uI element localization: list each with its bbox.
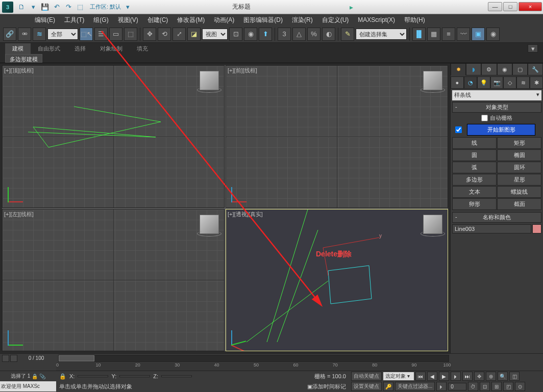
ref-coord-dropdown[interactable]: 视图 [202, 29, 228, 40]
mirror-icon[interactable]: ▐▌ [412, 28, 426, 41]
bind-icon[interactable]: ≋ [33, 28, 46, 41]
cp-btn-helix[interactable]: 螺旋线 [497, 186, 541, 198]
window-crossing-icon[interactable]: ⬚ [124, 28, 137, 41]
cp-color-swatch[interactable] [532, 224, 541, 233]
prev-frame-icon[interactable]: ◀ [427, 372, 437, 381]
app-logo[interactable]: 3 [2, 2, 13, 13]
viewport-top[interactable]: [+][顶][线框] [2, 65, 225, 208]
menu-views[interactable]: 视图(V) [114, 15, 142, 25]
viewport-left-label[interactable]: [+][左][线框] [4, 211, 34, 218]
timeline-key2-icon[interactable] [10, 355, 17, 362]
cp-cat-systems-icon[interactable]: ✱ [530, 76, 543, 89]
selobj-dropdown[interactable]: 选定对象 ▾ [383, 372, 414, 380]
cp-tab-display-icon[interactable]: ▢ [512, 63, 528, 75]
percent-snap-icon[interactable]: % [307, 28, 320, 41]
next-frame-icon[interactable]: ⏵ [451, 372, 461, 381]
cp-btn-text[interactable]: 文本 [452, 186, 497, 198]
viewcube-persp[interactable] [423, 215, 442, 234]
ribbon-collapse-icon[interactable]: ▾ [528, 44, 538, 53]
cp-tab-modify-icon[interactable]: ◗ [466, 63, 481, 75]
viewport-zoomall-icon[interactable]: ⊡ [480, 382, 490, 391]
viewport-front[interactable]: [+][前][线框] [226, 65, 448, 208]
scale-icon[interactable]: ⤢ [172, 28, 186, 41]
viewport-persp-label[interactable]: [+][透视][真实] [228, 211, 263, 218]
play-indicator-icon[interactable]: ▸ [350, 3, 353, 11]
move-icon[interactable]: ✥ [143, 28, 156, 41]
viewport-zoom-icon[interactable]: 🔍 [498, 372, 508, 381]
menu-rendering[interactable]: 渲染(R) [288, 15, 317, 25]
menu-group[interactable]: 组(G) [89, 15, 112, 25]
qat-new-icon[interactable]: 🗋 [16, 2, 27, 12]
menu-modifiers[interactable]: 修改器(M) [173, 15, 209, 25]
close-button[interactable]: × [519, 2, 542, 11]
angle-snap-icon[interactable]: △ [292, 28, 306, 41]
viewport-pan-icon[interactable]: ✥ [474, 372, 484, 381]
z-field[interactable] [161, 375, 192, 377]
link-icon[interactable]: 🔗 [3, 28, 16, 41]
workspace-label[interactable]: 工作区: 默认 [90, 3, 121, 11]
timeline-key-icon[interactable] [2, 355, 9, 362]
cp-category-dropdown[interactable]: 样条线▾ [452, 90, 541, 100]
select-manipulate-icon[interactable]: ◉ [244, 28, 257, 41]
qat-save-icon[interactable]: 💾 [40, 2, 50, 12]
snap-3d-icon[interactable]: 3 [278, 28, 291, 41]
viewport-zoom2-icon[interactable]: ⊙ [515, 382, 525, 391]
selection-filter-dropdown[interactable]: 全部 [47, 29, 78, 40]
unlink-icon[interactable]: ⚮ [18, 28, 31, 41]
cp-btn-donut[interactable]: 圆环 [497, 162, 541, 173]
autokey-button[interactable]: 自动关键点 [351, 372, 382, 381]
schematic-view-icon[interactable]: ▣ [472, 28, 485, 41]
qat-redo-icon[interactable]: ↷ [63, 2, 73, 12]
cp-cat-helpers-icon[interactable]: ◇ [503, 76, 516, 89]
viewport-left[interactable]: [+][左][线框] [2, 209, 225, 352]
addtime-label[interactable]: 添加时间标记 [312, 383, 346, 390]
keyboard-shortcut-icon[interactable]: ⬆ [259, 28, 272, 41]
spinner-snap-icon[interactable]: ◐ [322, 28, 335, 41]
ribbon-tab-modeling[interactable]: 建模 [5, 43, 31, 54]
cp-tab-motion-icon[interactable]: ◉ [497, 63, 512, 75]
viewport-fov-icon[interactable]: ◫ [509, 372, 520, 381]
key-icon[interactable]: 🔑 [383, 382, 393, 391]
cp-btn-section[interactable]: 截面 [497, 198, 541, 210]
viewcube-front[interactable] [423, 71, 442, 90]
setkey-button[interactable]: 设置关键点 [351, 382, 382, 391]
menu-tools[interactable]: 工具(T) [60, 15, 88, 25]
lock-icon[interactable]: 🔒 [59, 373, 66, 380]
y-field[interactable] [119, 375, 150, 377]
cp-tab-utilities-icon[interactable]: 🔧 [528, 63, 543, 75]
viewport-top-label[interactable]: [+][顶][线框] [4, 67, 34, 74]
ribbon-tab-freeform[interactable]: 自由形式 [31, 43, 67, 54]
cp-cat-cameras-icon[interactable]: 📷 [490, 76, 504, 89]
cp-startnew-check[interactable] [455, 126, 462, 133]
play-icon[interactable]: ▶ [439, 372, 449, 381]
cp-btn-ngon[interactable]: 多边形 [452, 174, 497, 186]
cp-tab-hierarchy-icon[interactable]: ⚙ [481, 63, 497, 75]
addtime-icon[interactable]: ▣ [307, 383, 312, 390]
cp-btn-rectangle[interactable]: 矩形 [497, 137, 541, 149]
time-ruler[interactable]: 0 10 20 30 40 50 60 70 80 90 100 [56, 362, 451, 371]
menu-grapheditors[interactable]: 图形编辑器(D) [239, 15, 287, 25]
reference-coord-icon[interactable]: ◪ [187, 28, 201, 41]
ribbon-tab-populate[interactable]: 填充 [130, 43, 155, 54]
cp-btn-circle[interactable]: 圆 [452, 149, 497, 161]
workspace-dropdown-icon[interactable]: ▾ [122, 2, 133, 12]
ribbon-polymod[interactable]: 多边形建模 [5, 54, 42, 63]
curve-editor-icon[interactable]: 〰 [457, 28, 470, 41]
cp-btn-egg[interactable]: 卵形 [452, 198, 497, 210]
select-object-icon[interactable]: ⬚↖ [80, 28, 93, 41]
frame-field[interactable]: 0 [448, 383, 466, 390]
menu-customize[interactable]: 自定义(U) [318, 15, 353, 25]
cp-btn-arc[interactable]: 弧 [452, 162, 497, 173]
viewcube-top[interactable] [200, 71, 219, 90]
material-editor-icon[interactable]: ◉ [486, 28, 500, 41]
time-config-icon[interactable]: ⏱ [468, 382, 478, 391]
cp-cat-spacewarps-icon[interactable]: ≋ [516, 76, 530, 89]
ribbon-tab-objectpaint[interactable]: 对象绘制 [93, 43, 130, 54]
viewport-front-label[interactable]: [+][前][线框] [228, 67, 257, 74]
menu-help[interactable]: 帮助(H) [400, 15, 429, 25]
minimize-button[interactable]: — [488, 2, 502, 11]
qat-undo-icon[interactable]: ↶ [52, 2, 62, 12]
cp-btn-ellipse[interactable]: 椭圆 [497, 149, 541, 161]
cp-cat-lights-icon[interactable]: 💡 [477, 76, 490, 89]
viewport-perspective[interactable]: [+][透视][真实] y [226, 209, 448, 352]
